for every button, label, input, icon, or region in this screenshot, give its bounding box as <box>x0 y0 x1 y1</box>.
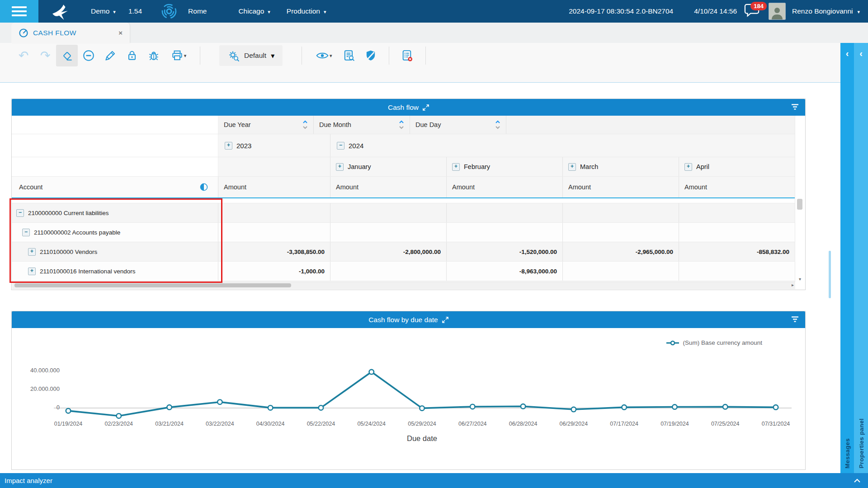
amount-value-cell <box>330 262 447 281</box>
expand-month-icon[interactable]: + <box>684 163 692 171</box>
eraser-button[interactable] <box>56 45 78 66</box>
account-column-header[interactable]: Account <box>12 177 218 197</box>
amount-value-cell: -8,963,000.00 <box>447 262 563 281</box>
chevron-down-icon: ▾ <box>324 9 326 14</box>
undo-button[interactable]: ↶ <box>13 45 34 66</box>
redo-button[interactable]: ↷ <box>34 45 56 66</box>
sort-arrows-icon[interactable] <box>399 120 404 130</box>
partial-row <box>12 198 795 203</box>
due-month-label: Due Month <box>319 121 351 128</box>
expand-panel-icon[interactable] <box>442 317 448 323</box>
chart-filter-icon[interactable] <box>791 316 799 323</box>
impact-analyzer-bar[interactable]: Impact analyzer <box>0 473 868 488</box>
data-point-marker <box>217 399 222 404</box>
month-march-cell[interactable]: + March <box>563 157 679 176</box>
pivot-rows-area: −2100000000 Current liabilities−21100000… <box>12 198 805 281</box>
amount-value-cell: -858,832.00 <box>679 242 795 261</box>
validation-list-button[interactable] <box>396 45 418 66</box>
sort-arrows-icon[interactable] <box>495 120 500 130</box>
amount-value-cell <box>679 223 795 242</box>
pivot-panel-title-wrap[interactable]: Cash flow <box>388 103 429 112</box>
table-vertical-scrollbar[interactable]: ▾ <box>795 116 805 282</box>
due-day-label: Due Day <box>415 121 441 128</box>
expand-impact-analyzer-button[interactable] <box>854 479 861 483</box>
open-messages-chevron-icon[interactable]: ‹ <box>840 47 854 59</box>
scroll-down-arrow[interactable]: ▾ <box>795 277 805 282</box>
scroll-right-arrow[interactable]: ▸ <box>792 282 794 287</box>
expand-account-icon[interactable]: + <box>28 248 36 256</box>
user-avatar[interactable] <box>769 3 786 20</box>
chart-panel-title-wrap[interactable]: Cash flow by due date <box>368 316 448 324</box>
red-x-badge <box>408 57 413 61</box>
tab-cash-flow[interactable]: CASH FLOW × <box>11 23 130 43</box>
view-selector-dropdown[interactable]: Default ▾ <box>219 45 283 66</box>
month-april-cell[interactable]: + April <box>679 157 795 176</box>
amount-column-header[interactable]: Amount <box>218 177 330 197</box>
radar-icon[interactable] <box>161 3 177 19</box>
environment-selector[interactable]: Production ▾ <box>287 7 326 15</box>
sort-arrows-icon[interactable] <box>302 120 308 130</box>
collapse-year-icon[interactable]: − <box>337 142 344 150</box>
expand-year-icon[interactable]: + <box>225 142 232 150</box>
location-selector[interactable]: Chicago ▾ <box>238 7 270 15</box>
amount-column-header[interactable]: Amount <box>563 177 679 197</box>
toolbar-separator <box>200 47 200 65</box>
account-cell: +2110100000 Vendors <box>12 242 218 261</box>
due-day-column-header[interactable]: Due Day <box>410 116 506 134</box>
chevron-down-icon: ▾ <box>857 9 860 14</box>
page-scrollbar-thumb[interactable] <box>829 251 831 298</box>
year-2024-cell[interactable]: − 2024 <box>330 134 795 157</box>
month-january-cell[interactable]: + January <box>330 157 447 176</box>
hamburger-menu-button[interactable] <box>0 0 38 23</box>
expand-month-icon[interactable]: + <box>568 163 576 171</box>
horizontal-scroll-thumb[interactable] <box>14 283 291 287</box>
exclude-button[interactable] <box>78 45 99 66</box>
due-year-column-header[interactable]: Due Year <box>218 116 314 134</box>
expand-panel-icon[interactable] <box>423 104 429 111</box>
print-button[interactable]: ▾ <box>165 45 193 66</box>
visibility-button[interactable]: ▾ <box>309 45 338 66</box>
amount-column-header[interactable]: Amount <box>447 177 563 197</box>
data-point-marker <box>369 370 374 374</box>
open-properties-chevron-icon[interactable]: ‹ <box>854 47 868 59</box>
pencil-icon <box>104 49 117 62</box>
properties-panel-strip[interactable]: ‹ Properties panel <box>854 43 868 473</box>
y-axis-tick-label: 40.000.000 <box>20 367 60 374</box>
protection-button[interactable] <box>360 45 382 66</box>
amount-value-cell <box>679 203 795 222</box>
user-menu[interactable]: Renzo Bongiovanni ▾ <box>792 7 860 15</box>
gear-search-icon <box>227 50 240 62</box>
toolbar: ↶ ↷ <box>0 43 868 83</box>
month-february-cell[interactable]: + February <box>447 157 563 176</box>
debug-button[interactable] <box>143 45 165 66</box>
collapse-account-icon[interactable]: − <box>22 229 30 236</box>
toolbar-separator <box>389 47 389 65</box>
collapse-account-icon[interactable]: − <box>16 209 24 217</box>
demo-menu[interactable]: Demo ▾ <box>91 7 116 15</box>
lock-button[interactable] <box>121 45 143 66</box>
expand-month-icon[interactable]: + <box>336 163 344 171</box>
amount-column-header[interactable]: Amount <box>679 177 795 197</box>
close-tab-icon[interactable]: × <box>118 29 123 37</box>
notifications-button[interactable]: 184 <box>744 3 764 19</box>
edit-button[interactable] <box>99 45 121 66</box>
messages-panel-label: Messages <box>844 438 851 469</box>
expand-month-icon[interactable]: + <box>452 163 460 171</box>
cash-flow-pivot-panel: Cash flow Due Year Due Month <box>11 99 806 290</box>
amount-value-cell: -2,965,000.00 <box>563 242 679 261</box>
vertical-scroll-thumb[interactable] <box>797 199 802 210</box>
due-month-column-header[interactable]: Due Month <box>314 116 410 134</box>
expand-account-icon[interactable]: + <box>28 267 36 275</box>
table-horizontal-scrollbar[interactable]: ▸ <box>12 282 795 289</box>
top-navigation-bar: Demo ▾ 1.54 Rome Chicago ▾ Production ▾ … <box>0 0 868 23</box>
year-2023-cell[interactable]: + 2023 <box>218 134 330 157</box>
amount-column-header[interactable]: Amount <box>330 177 447 197</box>
pivot-filter-icon[interactable] <box>791 103 799 110</box>
month-row-spacer <box>12 157 218 176</box>
messages-panel-strip[interactable]: ‹ Messages <box>840 43 854 473</box>
chevron-down-icon: ▾ <box>330 53 332 59</box>
preview-report-button[interactable] <box>338 45 360 66</box>
amount-value-cell <box>679 262 795 281</box>
display-toggle-icon[interactable] <box>200 183 208 191</box>
data-point-marker <box>470 404 475 409</box>
